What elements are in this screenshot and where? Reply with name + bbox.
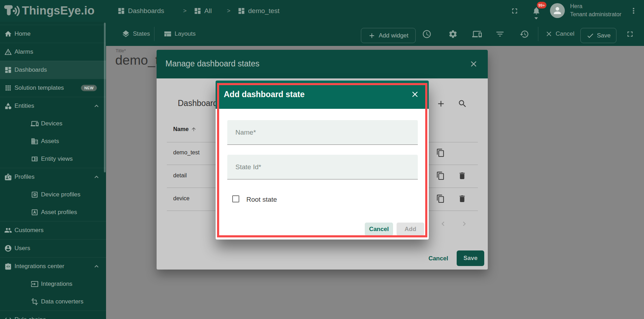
states-layers-icon [122, 30, 130, 38]
integrations-input-icon [31, 280, 39, 288]
add-state-plus-icon[interactable] [436, 99, 446, 108]
sidebar-item-assets[interactable]: Assets [0, 132, 106, 150]
dashboard-icon [4, 66, 12, 74]
sidebar-item-entity-views[interactable]: Entity views [0, 150, 106, 168]
breadcrumb-label: All [204, 7, 212, 15]
sidebar-item-data-converters[interactable]: Data converters [0, 293, 106, 311]
root-state-checkbox[interactable] [232, 195, 239, 202]
fullscreen-icon[interactable] [510, 7, 519, 15]
state-id-field[interactable]: State Id* [227, 155, 418, 179]
apps-icon [4, 84, 12, 92]
breadcrumb-all[interactable]: All [194, 0, 212, 22]
sidebar-item-integrations-center[interactable]: Integrations center [0, 257, 106, 275]
manage-cancel-button[interactable]: Cancel [426, 253, 451, 264]
device-profiles-icon [31, 191, 39, 199]
breadcrumb-separator: > [227, 0, 230, 22]
profiles-badge-icon [4, 173, 12, 181]
plus-icon [368, 32, 376, 40]
close-icon [545, 30, 553, 38]
chevron-up-icon [93, 102, 100, 110]
sidebar-item-users[interactable]: Users [0, 239, 106, 257]
entity-aliases-icon[interactable] [472, 29, 482, 39]
save-dashboard-button[interactable]: Save [580, 28, 616, 43]
states-button[interactable]: States [122, 22, 150, 46]
add-widget-button[interactable]: Add widget [361, 28, 416, 43]
breadcrumb-demo-test[interactable]: demo_test [238, 0, 280, 22]
integrations-center-icon [4, 262, 12, 270]
sidebar-item-device-profiles[interactable]: Device profiles [0, 186, 106, 203]
toolbar-divider [538, 27, 538, 41]
avatar[interactable] [550, 3, 565, 18]
sidebar-item-entities[interactable]: Entities [0, 97, 106, 115]
sidebar-item-profiles[interactable]: Profiles [0, 168, 106, 186]
fullscreen-icon[interactable] [626, 30, 634, 39]
settings-gear-icon[interactable] [448, 29, 458, 39]
page-previous-icon[interactable] [439, 219, 447, 228]
home-icon [4, 30, 12, 38]
dashboard-icon [238, 7, 245, 15]
sidebar-item-home[interactable]: Home [0, 25, 106, 43]
sidebar: Home Alarms Dashboards Solution template… [0, 22, 106, 319]
sidebar-item-alarms[interactable]: Alarms [0, 43, 106, 61]
copy-icon[interactable] [436, 148, 445, 157]
copy-icon[interactable] [436, 194, 445, 203]
filters-icon[interactable] [495, 29, 505, 39]
close-icon[interactable] [469, 59, 478, 69]
add-dialog-header: Add dashboard state [216, 81, 429, 109]
entity-views-icon [31, 155, 39, 163]
manage-dialog-title: Manage dashboard states [165, 59, 259, 69]
breadcrumb-dashboards[interactable]: Dashboards [117, 0, 164, 22]
close-icon[interactable] [410, 90, 420, 99]
toolbar-divider [154, 27, 154, 41]
data-converters-icon [31, 298, 39, 306]
sidebar-item-dashboards[interactable]: Dashboards [0, 61, 106, 79]
chevron-up-icon [93, 173, 100, 181]
logo-icon [3, 3, 21, 19]
manage-dialog-header: Manage dashboard states [157, 50, 488, 78]
layouts-icon [163, 30, 172, 38]
name-field[interactable]: Name* [227, 120, 418, 145]
sidebar-item-devices[interactable]: Devices [0, 115, 106, 132]
notifications-caret-icon [534, 17, 538, 19]
new-badge: NEW [81, 85, 97, 91]
sidebar-item-asset-profiles[interactable]: Asset profiles [0, 203, 106, 221]
sidebar-item-rule-chains[interactable]: Rule chains [0, 311, 106, 319]
copy-icon[interactable] [436, 171, 445, 180]
assets-building-icon [31, 137, 39, 145]
table-row-name: device [173, 195, 189, 202]
sidebar-item-integrations[interactable]: Integrations [0, 275, 106, 293]
dashboard-icon [194, 7, 201, 15]
time-window-clock-icon[interactable] [422, 29, 432, 39]
sort-ascending-icon [191, 126, 197, 132]
top-header: ThingsEye.io Dashboards > All > demo_tes… [0, 0, 644, 22]
add-dialog-title: Add dashboard state [224, 90, 305, 99]
delete-icon[interactable] [458, 194, 467, 203]
users-icon [4, 244, 12, 252]
search-icon[interactable] [458, 99, 467, 108]
rule-chains-icon [4, 316, 12, 319]
add-dialog-cancel-button[interactable]: Cancel [365, 223, 393, 236]
state-id-field-placeholder: State Id* [235, 163, 261, 171]
check-icon [586, 32, 594, 40]
add-dashboard-state-dialog: Add dashboard state Name* State Id* Root… [216, 81, 429, 240]
cancel-edit-button[interactable]: Cancel [545, 22, 574, 46]
sidebar-item-customers[interactable]: Customers [0, 221, 106, 239]
page-next-icon[interactable] [460, 219, 469, 228]
more-vert-icon[interactable] [629, 6, 638, 15]
sidebar-scrollbar[interactable] [104, 23, 106, 172]
layouts-button[interactable]: Layouts [163, 22, 196, 46]
person-icon [552, 5, 563, 16]
user-role: Tenant administrator [570, 11, 621, 18]
sidebar-item-solution-templates[interactable]: Solution templates NEW [0, 79, 106, 97]
manage-save-button[interactable]: Save [457, 250, 484, 266]
customers-people-icon [4, 226, 12, 234]
app-root: ThingsEye.io Dashboards > All > demo_tes… [0, 0, 644, 319]
delete-icon[interactable] [458, 171, 467, 180]
add-dialog-add-button[interactable]: Add [397, 223, 424, 236]
logo-text[interactable]: ThingsEye.io [22, 4, 94, 17]
version-history-icon[interactable] [520, 29, 529, 39]
table-header-name[interactable]: Name [173, 126, 197, 132]
dashboard-toolbar: States Layouts Add widget Cancel Save [106, 22, 644, 46]
entities-icon [4, 102, 12, 110]
breadcrumb-label: demo_test [248, 7, 280, 15]
